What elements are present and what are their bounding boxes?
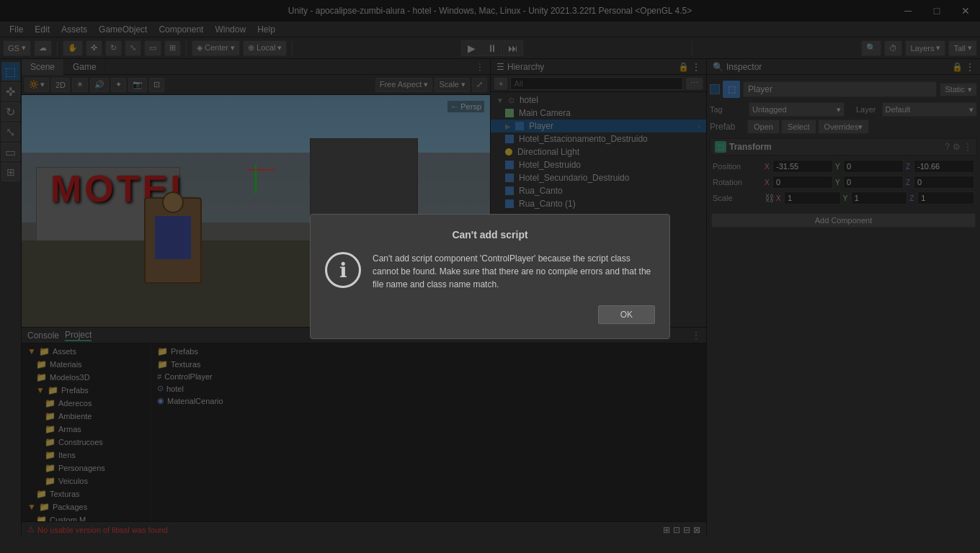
modal-message: Can't add script component 'ControlPlaye…	[373, 252, 655, 291]
info-icon-char: ℹ	[339, 258, 347, 282]
modal-footer: OK	[325, 305, 655, 324]
modal-info-icon: ℹ	[325, 252, 361, 288]
modal-ok-button[interactable]: OK	[598, 305, 655, 324]
modal-overlay[interactable]: Can't add script ℹ Can't add script comp…	[0, 0, 980, 553]
modal-dialog: Can't add script ℹ Can't add script comp…	[310, 214, 670, 339]
modal-title: Can't add script	[325, 229, 655, 240]
modal-body: ℹ Can't add script component 'ControlPla…	[325, 252, 655, 291]
